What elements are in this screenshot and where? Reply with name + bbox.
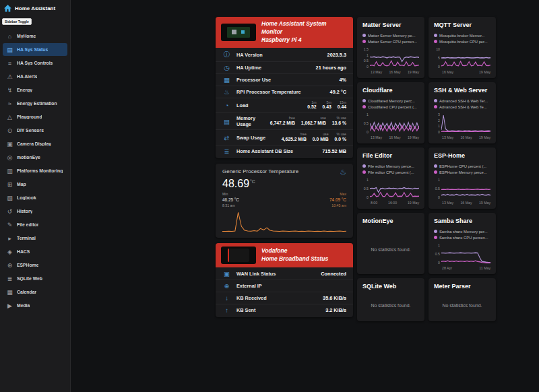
stat-card-ssh-web-server[interactable]: SSH & Web ServerAdvanced SSH & Web Ter..…	[429, 82, 496, 143]
stat-card-cloudflare[interactable]: CloudflareCloudflared Memory perc...Clou…	[357, 82, 424, 143]
broadband-title: Vodafone Home Broadband Status	[261, 247, 328, 263]
legend-dot-icon	[434, 164, 437, 168]
x-tick-label: 13 May	[371, 70, 382, 74]
value-column: 5m0.43	[323, 100, 331, 111]
sidebar-item-ha-alerts[interactable]: ⚠HA Alerts	[3, 70, 67, 83]
y-tick-label: 0.5	[364, 187, 369, 191]
legend-item: File editor CPU percent (...	[362, 170, 419, 174]
stat-row-load[interactable]: ◔Load1m0.525m0.4315m0.44	[216, 98, 353, 113]
sidebar-item-media[interactable]: ▶Media	[3, 299, 67, 312]
stat-row-ha-uptime[interactable]: ◷HA Uptime21 hours ago	[216, 61, 353, 73]
sidebar-item-label: HACS	[17, 249, 30, 254]
x-tick-label: 16:00	[388, 201, 397, 205]
stat-row-wan-link-status[interactable]: ▣WAN Link StatusConnected	[216, 268, 353, 280]
sidebar-item-playground[interactable]: △Playground	[3, 110, 67, 123]
no-statistics-text: No statistics found.	[442, 294, 482, 317]
sidebar-item-logbook[interactable]: ▧Logbook	[3, 191, 67, 204]
stat-card-samba-share[interactable]: Samba ShareSamba share Memory per...Samb…	[429, 213, 496, 274]
sidebar-item-esphome[interactable]: ⊛ESPHome	[3, 259, 67, 271]
value-column: use1,062.7 MiB	[301, 116, 326, 127]
map-icon: ⊞	[6, 181, 13, 188]
stat-row-kb-received[interactable]: ↓KB Received35.6 KiB/s	[216, 292, 353, 304]
broadband-title-line2: Home Broadband Status	[261, 255, 328, 263]
row-label: Load	[236, 102, 307, 108]
stat-card-title: MQTT Server	[434, 22, 490, 28]
sidebar-item-ha-sys-status[interactable]: ▤HA Sys Status	[3, 43, 67, 56]
stat-row-kb-sent[interactable]: ↑KB Sent3.2 KiB/s	[216, 304, 353, 316]
sidebar-item-file-editor[interactable]: ✎File editor	[3, 218, 67, 231]
legend-item: ESPHome Memory perce...	[434, 170, 490, 174]
sidebar-item-label: motionEye	[17, 155, 40, 160]
stat-row-memory-usage[interactable]: ▤Memory Usagefree6,747.2 MiBuse1,062.7 M…	[216, 112, 353, 129]
thermometer-icon: ♨	[340, 168, 346, 176]
y-axis: 10.50	[362, 178, 370, 199]
sidebar-item-hacs[interactable]: ◈HACS	[3, 245, 67, 258]
sidebar-item-map[interactable]: ⊞Map	[3, 178, 67, 191]
column-header: 15m	[338, 100, 346, 105]
legend-label: Advanced SSH & Web Te...	[439, 105, 487, 109]
stat-row-rpi-processor-temperature[interactable]: ♨RPI Processor Temperature49.2 °C	[216, 86, 353, 98]
stat-row-swap-usage[interactable]: ⇄Swap Usagefree4,625.2 MiBuse0.0 MiB% us…	[216, 129, 353, 145]
row-multi-values: free4,625.2 MiBuse0.0 MiB% use0.0 %	[282, 132, 346, 143]
sidebar-item-label: DIY Sensors	[17, 128, 44, 133]
x-tick-label: 19 May	[479, 135, 490, 139]
column-value: 1,062.7 MiB	[301, 121, 326, 127]
sidebar-item-energy[interactable]: ↯Energy	[3, 84, 67, 96]
sensor-icon: ⊙	[6, 127, 13, 134]
sidebar-item-camera-display[interactable]: ▣Camera Display	[3, 137, 67, 150]
legend-item: Mosquitto broker CPU per...	[434, 40, 490, 44]
x-tick-label: 13 May	[442, 201, 453, 205]
y-axis: 10.50	[434, 243, 441, 265]
column-value: 0.52	[307, 104, 316, 110]
estimation-icon: ≈	[6, 100, 13, 107]
stat-card-meter-parser[interactable]: Meter ParserNo statistics found.	[429, 278, 496, 321]
sidebar-item-terminal[interactable]: ▸Terminal	[3, 232, 67, 244]
y-tick-label: 0	[438, 65, 440, 69]
legend-item: Advanced SSH & Web Te...	[434, 105, 490, 109]
legend-label: Advanced SSH & Web Ter...	[439, 99, 488, 103]
stat-card-file-editor[interactable]: File EditorFile editor Memory perce...Fi…	[357, 148, 424, 209]
no-statistics-text: No statistics found.	[371, 294, 410, 317]
legend-item: Matter Server CPU percen...	[362, 40, 419, 44]
sidebar-item-motioneye[interactable]: ◎motionEye	[3, 151, 67, 164]
temperature-value: 48.69	[222, 178, 249, 189]
stat-card-sqlite-web[interactable]: SQLite WebNo statistics found.	[357, 278, 424, 321]
stat-card-mqtt-server[interactable]: MQTT ServerMosquitto broker Memor...Mosq…	[429, 17, 496, 78]
temperature-min: Min 46.25 °C 8:31 am	[222, 192, 239, 208]
sidebar-item-energy-estimation[interactable]: ≈Energy Estimation	[3, 97, 67, 110]
x-tick-label: 13 May	[371, 135, 382, 139]
stat-card-motioneye[interactable]: MotionEyeNo statistics found.	[357, 213, 424, 274]
stat-row-ha-version[interactable]: ⓘHA Version2023.5.3	[216, 48, 353, 61]
sidebar-item-calendar[interactable]: ▦Calendar	[3, 286, 67, 298]
stat-row-external-ip[interactable]: ⊕External IP	[216, 280, 353, 292]
y-tick-label: 0	[367, 65, 369, 69]
clock-icon: ◷	[222, 64, 231, 71]
x-axis: 8:0016:0019 May	[362, 201, 419, 205]
stat-card-esp-home[interactable]: ESP-HomeESPHome CPU percent (...ESPHome …	[429, 148, 496, 209]
sidebar-item-sqlite-web[interactable]: ≣SQLite Web	[3, 272, 67, 285]
column-header: free	[270, 116, 295, 121]
sidebar-item-label: MyHome	[17, 34, 36, 38]
upload-icon: ↑	[222, 306, 231, 314]
sidebar-item-diy-sensors[interactable]: ⊙DIY Sensors	[3, 124, 67, 137]
sidebar-item-ha-sys-controls[interactable]: ≡HA Sys Controls	[3, 57, 67, 69]
column-value: 0.44	[338, 104, 346, 110]
sidebar-item-platforms-monitoring[interactable]: ▥Platforms Monitoring	[3, 164, 67, 177]
stat-row-processor-use[interactable]: ▦Processor Use4%	[216, 73, 353, 86]
sidebar-item-history[interactable]: ↺History	[3, 205, 67, 218]
stat-card-matter-server[interactable]: Matter ServerMatter Server Memory pe...M…	[357, 17, 424, 78]
sidebar-item-myhome[interactable]: ⌂MyHome	[3, 30, 67, 42]
flask-icon: △	[6, 114, 13, 121]
sidebar-toggle-button[interactable]: Sidebar Toggle	[2, 18, 32, 25]
cpu-icon: ▦	[222, 76, 231, 84]
stat-row-home-assistant-db-size[interactable]: ≣Home Assistant DB Size715.52 MB	[216, 145, 353, 157]
mini-graph: 10.50	[362, 112, 419, 134]
y-tick-label: 1	[367, 53, 369, 57]
legend-dot-icon	[362, 99, 366, 102]
mini-graph-plot	[370, 178, 419, 199]
column-header: % use	[335, 132, 346, 137]
y-tick-label: 1	[438, 243, 440, 247]
temperature-min-label: Min	[222, 192, 239, 197]
mini-graph: 1050	[434, 47, 490, 69]
y-tick-label: 0.5	[435, 252, 440, 256]
